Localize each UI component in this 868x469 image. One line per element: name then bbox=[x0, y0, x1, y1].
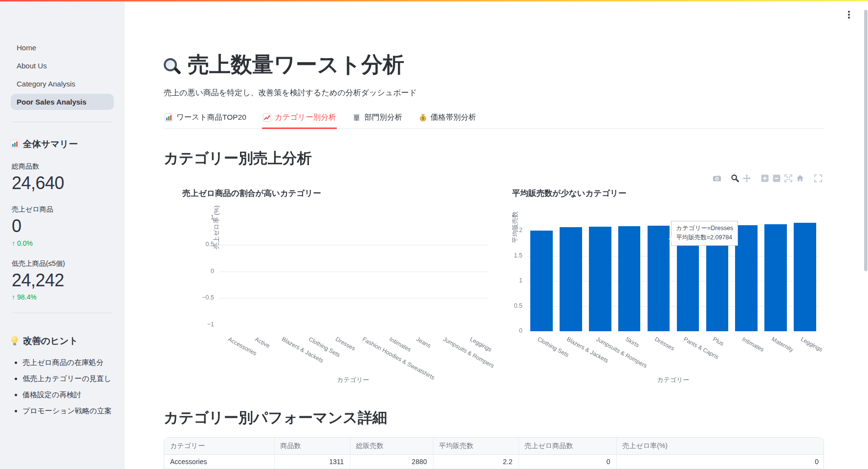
autoscale-icon[interactable] bbox=[783, 173, 793, 183]
bar-dresses[interactable] bbox=[648, 226, 670, 331]
y-tick-label: 1 bbox=[195, 214, 214, 221]
tab-label: カテゴリー別分析 bbox=[275, 112, 336, 123]
y-tick-label: 0 bbox=[195, 268, 214, 275]
zoom-icon[interactable] bbox=[730, 173, 739, 183]
gridline bbox=[218, 272, 488, 272]
sidebar-nav: Home About Us Category Analysis Poor Sal… bbox=[11, 40, 114, 110]
table-header-row: カテゴリー 商品数 総販売数 平均販売数 売上ゼロ商品数 売上ゼロ率(%) bbox=[164, 438, 824, 455]
tip-item: プロモーション戦略の立案 bbox=[22, 405, 114, 417]
tab-label: 価格帯別分析 bbox=[431, 112, 476, 123]
bar-leggings[interactable] bbox=[794, 223, 816, 331]
col-category[interactable]: カテゴリー bbox=[164, 438, 274, 455]
metric-label: 総商品数 bbox=[12, 162, 114, 171]
tab-department-analysis[interactable]: 部門別分析 bbox=[351, 111, 403, 129]
sidebar-item-about-us[interactable]: About Us bbox=[11, 58, 114, 74]
y-tick-label: −0.5 bbox=[195, 294, 214, 301]
sidebar: Home About Us Category Analysis Poor Sal… bbox=[0, 1, 125, 469]
zoom-out-icon[interactable] bbox=[772, 173, 781, 183]
cell-zero-sales-rate: 0 bbox=[616, 455, 824, 469]
page-title-text: 売上数量ワースト分析 bbox=[188, 54, 404, 75]
plot-area[interactable]: 平均販売数 カテゴリー=Dresses 平均販売数=2.09784 00.511… bbox=[527, 212, 820, 331]
col-avg-sales[interactable]: 平均販売数 bbox=[433, 438, 519, 455]
metric-total-products: 総商品数 24,640 bbox=[11, 162, 114, 193]
metric-delta-value: 98.4% bbox=[17, 293, 37, 301]
main-content: 売上数量ワースト分析 売上の悪い商品を特定し、改善策を検討するための分析ダッシュ… bbox=[125, 54, 868, 469]
x-tick-label: Plus bbox=[712, 336, 725, 347]
plot-area[interactable]: 売上ゼロ率 (%) 10.50−0.5−1AccessoriesActiveBl… bbox=[218, 212, 488, 331]
chart-title: 売上ゼロ商品の割合が高いカテゴリー bbox=[182, 188, 494, 199]
x-tick-label: Jumpsuits & Rompers bbox=[595, 336, 648, 369]
metric-delta: ↑ 98.4% bbox=[12, 293, 114, 301]
bar-blazers-jackets[interactable] bbox=[560, 227, 582, 331]
col-zero-sales-count[interactable]: 売上ゼロ商品数 bbox=[519, 438, 616, 455]
cell-zero-sales-count: 0 bbox=[519, 455, 616, 469]
x-tick-label: Intimates bbox=[741, 336, 765, 353]
x-tick-label: Maternity bbox=[770, 336, 795, 353]
x-tick-label: Jeans bbox=[415, 336, 432, 349]
chart-increasing-icon bbox=[263, 113, 271, 122]
metric-value: 24,242 bbox=[12, 270, 114, 290]
table-row[interactable]: Accessories 1311 2880 2.2 0 0 bbox=[164, 455, 824, 469]
col-total-sales[interactable]: 総販売数 bbox=[350, 438, 433, 455]
charts-row: 売上ゼロ商品の割合が高いカテゴリー 売上ゼロ率 (%) 10.50−0.5−1A… bbox=[164, 170, 824, 390]
tab-category-analysis[interactable]: カテゴリー別分析 bbox=[262, 111, 337, 129]
metric-value: 0 bbox=[12, 216, 114, 236]
svg-text:$: $ bbox=[422, 116, 424, 121]
cell-product-count: 1311 bbox=[274, 455, 350, 469]
cell-category: Accessories bbox=[164, 455, 274, 469]
x-tick-label: Leggings bbox=[800, 336, 824, 353]
gridline bbox=[218, 245, 488, 245]
tab-price-range-analysis[interactable]: $ 価格帯別分析 bbox=[418, 111, 477, 129]
cell-total-sales: 2880 bbox=[350, 455, 433, 469]
col-product-count[interactable]: 商品数 bbox=[274, 438, 350, 455]
table-section-title: カテゴリー別パフォーマンス詳細 bbox=[164, 408, 868, 428]
x-tick-label: Accessories bbox=[227, 336, 258, 357]
bar-jumpsuits-rompers[interactable] bbox=[589, 227, 611, 331]
tooltip-line-value: 平均販売数=2.09784 bbox=[676, 233, 733, 242]
sidebar-item-category-analysis[interactable]: Category Analysis bbox=[11, 76, 114, 92]
metric-label: 低売上商品(≤5個) bbox=[12, 259, 114, 268]
y-tick-label: 0 bbox=[503, 327, 522, 334]
camera-icon[interactable] bbox=[712, 173, 721, 183]
plotly-modebar bbox=[712, 173, 823, 183]
tab-worst-products-top20[interactable]: ワースト商品TOP20 bbox=[164, 111, 247, 129]
sidebar-item-poor-sales-analysis[interactable]: Poor Sales Analysis bbox=[11, 94, 114, 110]
col-zero-sales-rate[interactable]: 売上ゼロ率(%) bbox=[616, 438, 824, 455]
lightbulb-icon bbox=[11, 336, 19, 346]
y-tick-label: 1.5 bbox=[503, 252, 522, 259]
money-bag-icon: $ bbox=[419, 113, 427, 122]
x-axis-title: カテゴリー bbox=[527, 376, 820, 384]
hover-tooltip: カテゴリー=Dresses 平均販売数=2.09784 bbox=[671, 221, 738, 246]
section-title: カテゴリー別売上分析 bbox=[164, 149, 868, 169]
zoom-in-icon[interactable] bbox=[760, 173, 769, 183]
summary-title: 全体サマリー bbox=[23, 138, 78, 150]
bar-intimates[interactable] bbox=[735, 225, 758, 331]
bar-chart-icon bbox=[11, 140, 19, 148]
metric-value: 24,640 bbox=[12, 173, 114, 193]
y-tick-label: 0.5 bbox=[503, 302, 522, 309]
page-subtitle: 売上の悪い商品を特定し、改善策を検討するための分析ダッシュボード bbox=[164, 88, 868, 98]
plotly-chart-zero-sales-rate[interactable]: 売上ゼロ商品の割合が高いカテゴリー 売上ゼロ率 (%) 10.50−0.5−1A… bbox=[164, 170, 494, 390]
metric-low-sales: 低売上商品(≤5個) 24,242 ↑ 98.4% bbox=[11, 259, 114, 301]
reset-axes-icon[interactable] bbox=[795, 173, 804, 183]
page-title: 売上数量ワースト分析 bbox=[164, 54, 868, 75]
y-tick-label: 0.5 bbox=[195, 241, 214, 248]
bar-clothing-sets[interactable] bbox=[530, 231, 553, 331]
sidebar-item-home[interactable]: Home bbox=[11, 40, 114, 56]
bar-maternity[interactable] bbox=[764, 224, 787, 331]
tip-item: 低売上カテゴリーの見直し bbox=[22, 373, 114, 384]
kebab-menu-icon[interactable] bbox=[845, 9, 853, 21]
office-building-icon bbox=[352, 113, 361, 122]
x-tick-label: Dresses bbox=[653, 336, 675, 352]
tips-list: 売上ゼロ商品の在庫処分 低売上カテゴリーの見直し 価格設定の再検討 プロモーショ… bbox=[22, 357, 114, 417]
summary-heading: 全体サマリー bbox=[11, 138, 114, 150]
plotly-chart-avg-sales[interactable]: 平均販売数が少ないカテゴリー 平均販売数 カテゴリー=Dresses 平均販売数… bbox=[494, 170, 824, 390]
metric-delta: ↑ 0.0% bbox=[12, 239, 114, 247]
sidebar-divider bbox=[13, 122, 112, 122]
fullscreen-icon[interactable] bbox=[813, 173, 823, 183]
tab-label: ワースト商品TOP20 bbox=[176, 112, 246, 123]
x-axis-title: カテゴリー bbox=[218, 376, 488, 384]
bar-skirts[interactable] bbox=[618, 226, 641, 331]
tip-item: 価格設定の再検討 bbox=[22, 389, 114, 401]
pan-icon[interactable] bbox=[742, 173, 751, 183]
